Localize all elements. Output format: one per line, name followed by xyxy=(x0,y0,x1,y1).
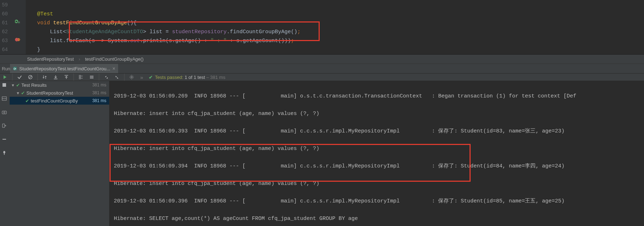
console-line: Hibernate: SELECT age,count(*) AS ageCou… xyxy=(114,215,644,224)
console-output[interactable]: 2019-12-03 01:56:09.269 INFO 18968 --- [… xyxy=(110,81,644,226)
breadcrumb-sep: › xyxy=(78,56,80,62)
line-number: 62 xyxy=(0,27,8,36)
run-body: ▾✔Test Results 381 ms ▾✔StudentRepositor… xyxy=(0,81,644,226)
tree-time: 381 ms xyxy=(92,82,106,87)
show-passed-icon[interactable] xyxy=(16,74,23,81)
console-line: Hibernate: insert into cfq_jpa_student (… xyxy=(114,145,644,154)
svg-marker-19 xyxy=(116,76,117,77)
exit-icon[interactable] xyxy=(2,123,8,130)
close-brace: } xyxy=(37,47,40,53)
punct: (){ xyxy=(127,20,137,26)
line-number: 63 xyxy=(0,36,8,45)
svg-rect-11 xyxy=(79,77,81,79)
svg-rect-25 xyxy=(2,111,6,114)
pin-icon[interactable] xyxy=(2,150,8,157)
tree-test-label: testFindCountGroupBy xyxy=(31,98,78,104)
line-number: 64 xyxy=(0,45,8,54)
code-text: list.forEach(s -> System. xyxy=(50,38,130,44)
svg-line-9 xyxy=(29,76,32,79)
close-icon[interactable]: × xyxy=(112,66,115,71)
stop-icon[interactable] xyxy=(2,82,8,89)
svg-marker-18 xyxy=(106,77,108,79)
punct: > xyxy=(143,29,146,35)
run-config-icon: ⟳ xyxy=(13,66,17,71)
test-tree[interactable]: ▾✔Test Results 381 ms ▾✔StudentRepositor… xyxy=(10,81,110,226)
show-ignored-icon[interactable] xyxy=(27,74,34,81)
status-time: – 381 ms xyxy=(205,75,225,80)
svg-point-21 xyxy=(131,76,132,78)
svg-marker-20 xyxy=(117,77,118,79)
settings-icon[interactable] xyxy=(128,74,135,81)
field-out: out xyxy=(130,38,140,44)
code-editor[interactable]: 59 60 61 62 63 64 @Test void testFindCou… xyxy=(0,0,644,55)
string-literal: " : " xyxy=(211,38,227,44)
tree-class-label: StudentRepositoryTest xyxy=(26,90,73,96)
tree-time: 381 ms xyxy=(92,98,106,103)
svg-marker-17 xyxy=(105,76,106,77)
method-call: .findCountGroupByAge() xyxy=(227,29,297,35)
code-text: + s.getAgeCount())) xyxy=(227,38,291,44)
line-number: 60 xyxy=(0,10,8,19)
side-toolbar xyxy=(0,81,10,226)
keyword-void: void xyxy=(37,20,50,26)
punct: ; xyxy=(297,29,300,35)
code-area[interactable]: @Test void testFindCountGroupByAge(){ Li… xyxy=(26,0,644,54)
expand-all-icon[interactable] xyxy=(77,74,85,81)
code-text: .println(s.getAge() + xyxy=(140,38,211,44)
type-param: StudentAgeAndAgeCountDTO xyxy=(66,29,143,35)
tree-class[interactable]: ▾✔StudentRepositoryTest 381 ms xyxy=(10,89,109,97)
breadcrumb-class[interactable]: StudentRepositoryTest xyxy=(27,56,74,62)
line-number: 59 xyxy=(0,1,8,10)
camera-icon[interactable] xyxy=(2,110,8,116)
svg-point-4 xyxy=(15,38,19,41)
console-line: 2019-12-03 01:56:09.393 INFO 18968 --- [… xyxy=(114,127,644,136)
run-toolbar: » ✔Tests passed: 1 of 1 test – 381 ms xyxy=(0,74,644,81)
check-icon: ✔ xyxy=(21,90,25,96)
tests-status: ✔Tests passed: 1 of 1 test – 381 ms xyxy=(149,75,225,80)
console-line: 2019-12-03 01:56:09.269 INFO 18968 --- [… xyxy=(114,92,644,101)
run-test-icon[interactable] xyxy=(10,19,26,27)
tree-test-selected[interactable]: ✔testFindCountGroupBy 381 ms xyxy=(10,97,109,105)
svg-rect-22 xyxy=(2,83,6,87)
svg-rect-10 xyxy=(79,75,81,77)
punct: ; xyxy=(291,38,294,44)
tree-root-label: Test Results xyxy=(21,82,47,88)
annotation: @Test xyxy=(37,11,53,17)
field-ref: studentRepository xyxy=(172,29,227,35)
layout-icon[interactable] xyxy=(2,96,8,102)
run-tab[interactable]: ⟳ StudentRepositoryTest.testFindCountGro… xyxy=(10,64,118,73)
type-list: List xyxy=(50,29,63,35)
more-arrow[interactable]: » xyxy=(140,74,143,80)
breadcrumb[interactable]: StudentRepositoryTest › testFindCountGro… xyxy=(0,55,644,64)
method-name: testFindCountGroupByAge xyxy=(53,20,127,26)
svg-text:⟳: ⟳ xyxy=(14,67,16,71)
export-icon[interactable] xyxy=(63,74,70,81)
next-icon[interactable] xyxy=(113,74,121,81)
run-label: Run: xyxy=(0,64,10,73)
import-icon[interactable] xyxy=(52,74,59,81)
run-tabbar: Run: ⟳ StudentRepositoryTest.testFindCou… xyxy=(0,64,644,74)
punct: < xyxy=(63,29,66,35)
code-text: list = xyxy=(146,29,172,35)
status-passed: Tests passed: xyxy=(155,75,183,80)
tree-time: 381 ms xyxy=(92,90,106,95)
rerun-icon[interactable] xyxy=(1,74,9,81)
tree-root[interactable]: ▾✔Test Results 381 ms xyxy=(10,81,109,89)
sort-icon[interactable] xyxy=(41,74,49,81)
dash-icon[interactable] xyxy=(2,137,8,143)
gutter-icons xyxy=(10,0,26,54)
line-number: 61 xyxy=(0,19,8,27)
run-tab-title: StudentRepositoryTest.testFindCountGrou.… xyxy=(19,66,110,71)
console-line: Hibernate: insert into cfq_jpa_student (… xyxy=(114,180,644,189)
collapse-all-icon[interactable] xyxy=(88,74,95,81)
console-line: 2019-12-03 01:56:09.396 INFO 18968 --- [… xyxy=(114,197,644,206)
status-count: 1 of 1 test xyxy=(183,75,205,80)
prev-icon[interactable] xyxy=(103,74,110,81)
breakpoint-icon[interactable] xyxy=(10,36,26,45)
check-icon: ✔ xyxy=(16,82,20,88)
breadcrumb-method[interactable]: testFindCountGroupByAge() xyxy=(85,56,143,62)
line-number-gutter: 59 60 61 62 63 64 xyxy=(0,0,10,54)
check-icon: ✔ xyxy=(25,98,29,104)
svg-point-26 xyxy=(4,112,5,113)
console-line: 2019-12-03 01:56:09.394 INFO 18968 --- [… xyxy=(114,162,644,171)
